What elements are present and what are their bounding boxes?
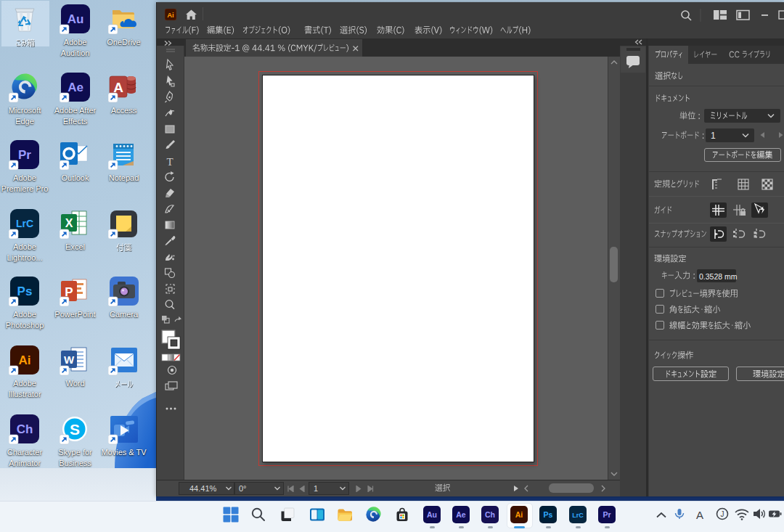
svg-text:A: A	[696, 509, 703, 521]
svg-text:Pr: Pr	[18, 148, 31, 162]
svg-text:LrC: LrC	[16, 218, 33, 229]
svg-text:X: X	[65, 217, 73, 229]
svg-text:J: J	[721, 510, 724, 518]
svg-text:Au: Au	[67, 12, 83, 26]
svg-text:Ae: Ae	[68, 81, 83, 94]
svg-text:LrC: LrC	[572, 512, 584, 519]
svg-text:S: S	[69, 421, 79, 438]
svg-text:Ai: Ai	[19, 353, 31, 367]
svg-text:W: W	[63, 353, 74, 366]
svg-text:Au: Au	[427, 510, 437, 519]
svg-text:Ch: Ch	[17, 422, 33, 436]
svg-text:Ai: Ai	[515, 510, 523, 519]
svg-text:Ae: Ae	[456, 510, 466, 519]
svg-text:T: T	[166, 156, 173, 168]
svg-text:Ps: Ps	[544, 510, 553, 519]
svg-text:Ch: Ch	[485, 510, 495, 519]
svg-text:Pr: Pr	[603, 510, 611, 519]
svg-text:Ps: Ps	[17, 285, 33, 298]
